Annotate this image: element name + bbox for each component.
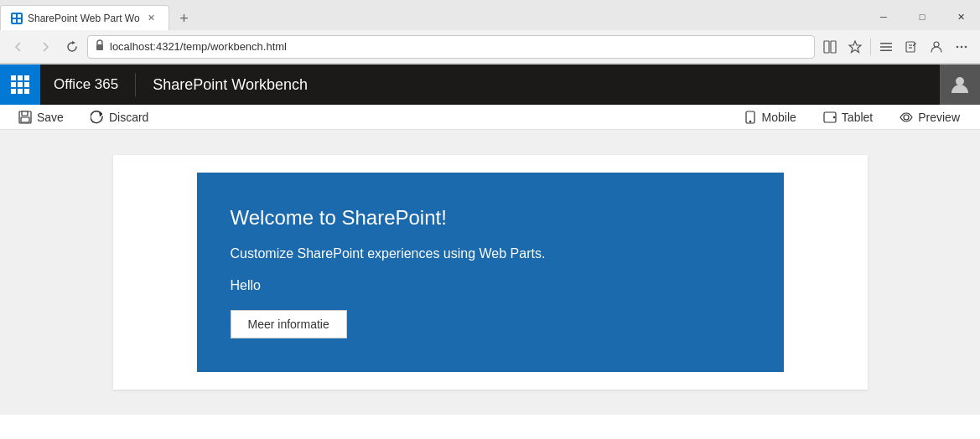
svg-point-17 (965, 45, 967, 48)
forward-button[interactable] (34, 35, 57, 59)
new-tab-button[interactable]: + (173, 7, 196, 30)
reading-view-button[interactable] (818, 35, 842, 59)
svg-rect-0 (13, 14, 16, 18)
user-avatar[interactable] (940, 65, 980, 105)
mobile-label: Mobile (762, 111, 796, 124)
svg-point-23 (749, 121, 750, 121)
svg-rect-4 (96, 44, 103, 50)
nav-icons (818, 35, 973, 59)
tablet-button[interactable]: Tablet (817, 107, 879, 127)
web-part-title: Welcome to SharePoint! (231, 206, 750, 230)
tablet-icon (823, 111, 837, 124)
svg-rect-9 (880, 46, 892, 48)
minimize-button[interactable]: ─ (864, 3, 903, 30)
web-part-description: Customize SharePoint experiences using W… (231, 246, 750, 261)
preview-label: Preview (918, 111, 960, 124)
account-button[interactable] (925, 35, 948, 59)
main-area: Welcome to SharePoint! Customize SharePo… (0, 130, 980, 415)
svg-point-25 (833, 116, 834, 117)
tablet-label: Tablet (842, 111, 873, 124)
svg-point-15 (957, 45, 959, 48)
office-title[interactable]: Office 365 (54, 76, 118, 93)
save-label: Save (37, 111, 64, 124)
save-icon (18, 111, 32, 124)
svg-point-14 (934, 42, 939, 47)
web-part-hello: Hello (231, 278, 750, 293)
discard-icon (91, 111, 104, 124)
refresh-button[interactable] (60, 35, 84, 59)
web-part-card: Welcome to SharePoint! Customize SharePo… (197, 173, 784, 372)
close-button[interactable]: ✕ (941, 3, 980, 30)
product-title: SharePoint Workbench (153, 76, 308, 94)
svg-rect-11 (906, 42, 915, 52)
favorites-button[interactable] (843, 35, 867, 59)
tab-close-button[interactable]: ✕ (145, 12, 158, 25)
svg-rect-10 (880, 49, 892, 51)
maximize-button[interactable]: □ (903, 3, 941, 30)
preview-icon (900, 111, 913, 124)
svg-marker-7 (849, 41, 861, 53)
toolbar: Save Discard Mobile Tablet (0, 105, 980, 130)
menu-button[interactable] (874, 35, 898, 59)
waffle-icon (11, 75, 29, 94)
back-button[interactable] (7, 35, 30, 59)
mobile-button[interactable]: Mobile (737, 107, 803, 127)
svg-rect-5 (824, 41, 829, 53)
tab-title: SharePoint Web Part Wo (28, 13, 140, 24)
discard-button[interactable]: Discard (86, 107, 153, 127)
url-text: localhost:4321/temp/workbench.html (110, 40, 807, 53)
svg-rect-1 (18, 14, 21, 18)
svg-rect-8 (880, 43, 892, 44)
svg-point-18 (956, 77, 964, 85)
address-bar[interactable]: localhost:4321/temp/workbench.html (87, 35, 815, 59)
svg-rect-21 (21, 117, 29, 122)
svg-rect-3 (18, 19, 21, 23)
preview-button[interactable]: Preview (893, 107, 967, 127)
browser-tab[interactable]: SharePoint Web Part Wo ✕ (0, 5, 169, 30)
app-bar: Office 365 SharePoint Workbench (0, 65, 980, 105)
svg-rect-20 (22, 111, 28, 116)
toolbar-right: Mobile Tablet Preview (737, 107, 967, 127)
svg-rect-2 (13, 19, 16, 23)
page-content: Welcome to SharePoint! Customize SharePo… (113, 155, 868, 390)
app-title-separator (135, 73, 136, 96)
tab-favicon (11, 13, 23, 24)
svg-point-26 (904, 115, 909, 120)
svg-point-16 (961, 45, 963, 48)
mobile-icon (744, 111, 757, 124)
meer-informatie-button[interactable]: Meer informatie (231, 310, 347, 338)
nav-separator (870, 39, 871, 55)
more-button[interactable] (950, 35, 973, 59)
lock-icon (95, 39, 105, 54)
nav-bar: localhost:4321/temp/workbench.html (0, 30, 980, 64)
save-button[interactable]: Save (13, 107, 69, 127)
notes-button[interactable] (900, 35, 923, 59)
app-grid-button[interactable] (0, 65, 40, 105)
svg-rect-6 (831, 41, 836, 53)
discard-label: Discard (109, 111, 148, 124)
